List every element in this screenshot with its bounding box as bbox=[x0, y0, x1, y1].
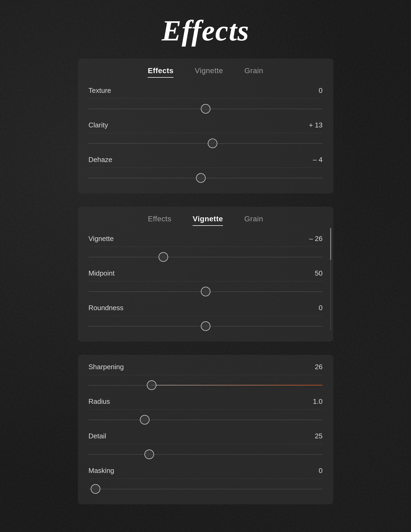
tab-vignette-1[interactable]: Vignette bbox=[195, 66, 223, 77]
radius-thumb[interactable] bbox=[140, 415, 150, 425]
radius-track bbox=[89, 415, 323, 425]
texture-value: 0 bbox=[319, 86, 322, 95]
vignette-slider-row: Vignette – 26 bbox=[89, 235, 323, 262]
midpoint-header: Midpoint 50 bbox=[89, 269, 323, 277]
dehaze-track bbox=[89, 173, 323, 183]
dehaze-label: Dehaze bbox=[89, 156, 113, 164]
clarity-label: Clarity bbox=[89, 121, 108, 129]
texture-slider-row: Texture 0 bbox=[89, 86, 323, 114]
dehaze-value: – 4 bbox=[313, 156, 322, 164]
masking-header: Masking 0 bbox=[89, 467, 323, 475]
vignette-label: Vignette bbox=[89, 235, 114, 243]
midpoint-slider-row: Midpoint 50 bbox=[89, 269, 323, 296]
vignette-divider bbox=[89, 247, 323, 247]
masking-thumb[interactable] bbox=[91, 484, 100, 494]
tab-grain-2[interactable]: Grain bbox=[244, 215, 263, 225]
sharpening-divider bbox=[89, 375, 323, 375]
radius-header: Radius 1.0 bbox=[89, 397, 323, 406]
roundness-thumb[interactable] bbox=[201, 321, 210, 331]
midpoint-label: Midpoint bbox=[89, 269, 115, 277]
radius-value: 1.0 bbox=[313, 397, 322, 406]
texture-divider bbox=[89, 98, 323, 99]
radius-slider-row: Radius 1.0 bbox=[89, 397, 323, 425]
radius-divider bbox=[89, 409, 323, 410]
vignette-value: – 26 bbox=[309, 235, 323, 243]
texture-track bbox=[89, 104, 323, 114]
radius-track-line bbox=[89, 420, 323, 420]
roundness-header: Roundness 0 bbox=[89, 304, 323, 312]
tab-grain-1[interactable]: Grain bbox=[244, 66, 263, 77]
roundness-divider bbox=[89, 316, 323, 316]
clarity-track-line bbox=[89, 143, 323, 144]
tab-effects-2[interactable]: Effects bbox=[148, 215, 172, 225]
masking-track-line bbox=[89, 489, 323, 489]
texture-thumb[interactable] bbox=[201, 104, 210, 114]
page-content: Effects Effects Vignette Grain Texture 0… bbox=[78, 16, 333, 504]
detail-value: 25 bbox=[315, 432, 323, 440]
main-title: Effects bbox=[162, 16, 250, 45]
sharpening-thumb[interactable] bbox=[147, 380, 156, 390]
detail-thumb[interactable] bbox=[144, 450, 154, 459]
vignette-track-line bbox=[89, 257, 323, 257]
vignette-thumb[interactable] bbox=[159, 252, 168, 262]
dehaze-slider-row: Dehaze – 4 bbox=[89, 156, 323, 183]
detail-track bbox=[89, 450, 323, 459]
tab-effects-1[interactable]: Effects bbox=[148, 66, 173, 77]
sharpening-label: Sharpening bbox=[89, 363, 124, 371]
clarity-track bbox=[89, 139, 323, 148]
vignette-track bbox=[89, 252, 323, 262]
tab-vignette-2[interactable]: Vignette bbox=[193, 215, 223, 225]
detail-track-line bbox=[89, 454, 323, 455]
effects-panel: Effects Vignette Grain Texture 0 Clarity… bbox=[78, 59, 333, 193]
clarity-value: + 13 bbox=[309, 121, 322, 129]
midpoint-value: 50 bbox=[315, 269, 323, 277]
sharpening-value: 26 bbox=[315, 363, 323, 371]
panel-scrollbar[interactable] bbox=[330, 228, 331, 331]
sharpening-slider-row: Sharpening 26 bbox=[89, 363, 323, 390]
dehaze-thumb[interactable] bbox=[196, 173, 206, 183]
masking-value: 0 bbox=[319, 467, 322, 475]
texture-label: Texture bbox=[89, 86, 111, 95]
scrollbar-thumb bbox=[330, 228, 331, 260]
midpoint-thumb[interactable] bbox=[201, 287, 210, 296]
roundness-track bbox=[89, 321, 323, 331]
dehaze-header: Dehaze – 4 bbox=[89, 156, 323, 164]
masking-track bbox=[89, 484, 323, 494]
clarity-slider-row: Clarity + 13 bbox=[89, 121, 323, 148]
detail-label: Detail bbox=[89, 432, 106, 440]
sharpening-track bbox=[89, 380, 323, 390]
sharpening-fill bbox=[152, 385, 322, 385]
masking-divider bbox=[89, 479, 323, 479]
roundness-slider-row: Roundness 0 bbox=[89, 304, 323, 331]
clarity-header: Clarity + 13 bbox=[89, 121, 323, 129]
masking-label: Masking bbox=[89, 467, 114, 475]
tab-row-2: Effects Vignette Grain bbox=[89, 215, 323, 225]
clarity-divider bbox=[89, 133, 323, 133]
vignette-panel: Effects Vignette Grain Vignette – 26 Mid… bbox=[78, 207, 333, 342]
vignette-header: Vignette – 26 bbox=[89, 235, 323, 243]
midpoint-divider bbox=[89, 281, 323, 281]
sharpening-header: Sharpening 26 bbox=[89, 363, 323, 371]
radius-label: Radius bbox=[89, 397, 110, 406]
detail-slider-row: Detail 25 bbox=[89, 432, 323, 459]
detail-header: Detail 25 bbox=[89, 432, 323, 440]
midpoint-track bbox=[89, 287, 323, 296]
roundness-value: 0 bbox=[319, 304, 322, 312]
roundness-label: Roundness bbox=[89, 304, 124, 312]
sharpening-panel: Sharpening 26 Radius 1.0 bbox=[78, 355, 333, 504]
masking-slider-row: Masking 0 bbox=[89, 467, 323, 494]
texture-header: Texture 0 bbox=[89, 86, 323, 95]
tab-row-1: Effects Vignette Grain bbox=[89, 66, 323, 77]
clarity-thumb[interactable] bbox=[208, 139, 217, 148]
detail-divider bbox=[89, 444, 323, 444]
dehaze-divider bbox=[89, 168, 323, 168]
